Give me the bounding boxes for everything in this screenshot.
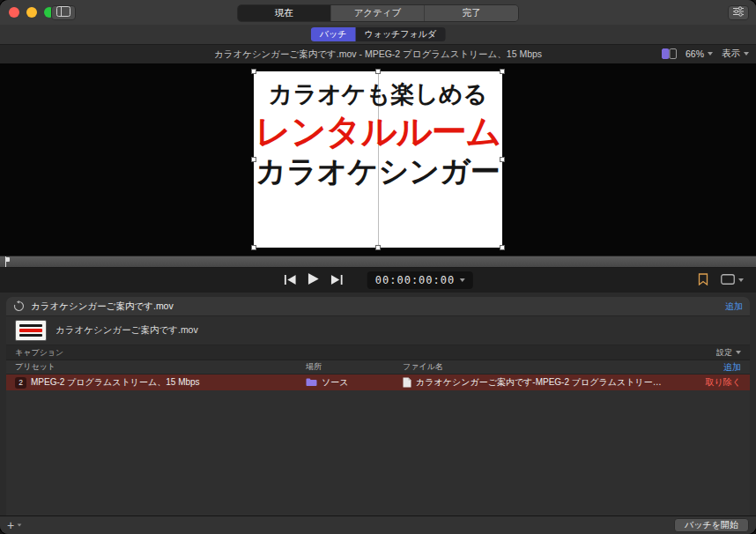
chevron-down-icon (736, 351, 741, 354)
selection-handle[interactable] (251, 245, 256, 250)
location-value: ソース (322, 376, 348, 389)
job-title: カラオケシンガーご案内です.mov (31, 300, 719, 313)
tab-active[interactable]: アクティブ (331, 5, 425, 21)
zoom-dropdown[interactable]: 66% (686, 48, 713, 59)
traffic-lights (9, 7, 55, 18)
play-icon (308, 273, 319, 287)
add-preset-link[interactable]: 追加 (667, 361, 741, 374)
previous-frame-button[interactable] (283, 272, 298, 289)
frame-text-line2: レンタルルーム (256, 113, 501, 150)
preset-name: MPEG-2 プログラムストリーム、15 Mbps (31, 376, 200, 389)
output-filename: カラオケシンガーご案内です-MPEG-2 プログラムストリーム、15 Mbps.… (416, 376, 667, 389)
next-frame-button[interactable] (330, 272, 345, 289)
close-button[interactable] (9, 7, 19, 18)
selection-handle[interactable] (375, 69, 381, 74)
selection-handle[interactable] (500, 69, 505, 74)
tab-current[interactable]: 現在 (238, 5, 331, 21)
job-card: カラオケシンガーご案内です.mov 追加 カラオケシンガーご案内です.mov キ… (6, 297, 750, 515)
job-status-icon (13, 300, 25, 312)
view-tabs: 現在 アクティブ 完了 (237, 4, 519, 22)
output-table-header: プリセット 場所 ファイル名 追加 (6, 360, 750, 375)
source-row[interactable]: カラオケシンガーご案内です.mov (6, 316, 750, 345)
batch-panel: カラオケシンガーご案内です.mov 追加 カラオケシンガーご案内です.mov キ… (0, 293, 756, 515)
timecode-value: 00:00:00:00 (375, 274, 455, 286)
external-display-button[interactable] (721, 274, 744, 287)
video-frame[interactable]: カラオケも楽しめる レンタルルーム カラオケシンガー (254, 71, 502, 248)
sliders-icon (732, 6, 745, 19)
folder-icon (306, 378, 317, 387)
preview-canvas: カラオケも楽しめる レンタルルーム カラオケシンガー (0, 63, 756, 256)
playhead[interactable] (5, 256, 6, 267)
preview-header: カラオケシンガーご案内です.mov - MPEG-2 プログラムストリーム、15… (0, 45, 756, 63)
preview-title: カラオケシンガーご案内です.mov - MPEG-2 プログラムストリーム、15… (0, 48, 756, 61)
caption-label: キャプション (15, 347, 716, 359)
job-add-link[interactable]: 追加 (725, 300, 743, 313)
zoom-value: 66% (686, 48, 704, 59)
selection-handle[interactable] (500, 245, 505, 250)
output-row[interactable]: 2 MPEG-2 プログラムストリーム、15 Mbps ソース カラオケシンガー… (6, 375, 750, 390)
caption-settings-dropdown[interactable]: 設定 (716, 347, 741, 359)
skip-back-icon (285, 274, 296, 287)
chevron-down-icon (744, 52, 749, 56)
display-label: 表示 (722, 48, 740, 60)
column-preset: プリセット (15, 361, 306, 373)
watch-folder-mode-button[interactable]: ウォッチフォルダ (355, 27, 445, 41)
remove-preset-link[interactable]: 取り除く (667, 376, 741, 389)
caption-row: キャプション 設定 (6, 345, 750, 360)
settings-button[interactable] (728, 5, 749, 20)
selection-handle[interactable] (251, 157, 256, 162)
compare-view-icon[interactable] (662, 48, 677, 59)
chevron-down-icon (708, 52, 713, 56)
sidebar-icon (56, 6, 70, 19)
bottom-bar: + バッチを開始 (0, 515, 756, 534)
column-location: 場所 (306, 361, 403, 373)
timecode-display[interactable]: 00:00:00:00 (367, 271, 473, 289)
source-thumbnail (15, 320, 47, 341)
plus-icon: + (7, 519, 14, 531)
timeline-scrubber[interactable] (0, 256, 756, 268)
mode-segmented-control: バッチ ウォッチフォルダ (311, 27, 446, 41)
chevron-down-icon (738, 278, 744, 282)
tab-completed[interactable]: 完了 (425, 5, 518, 21)
chevron-down-icon (460, 278, 465, 282)
transport-bar: 00:00:00:00 (0, 268, 756, 293)
titlebar: 現在 アクティブ 完了 (0, 0, 756, 25)
job-header[interactable]: カラオケシンガーご案内です.mov 追加 (6, 297, 750, 316)
batch-mode-button[interactable]: バッチ (311, 27, 356, 41)
bookmark-icon (698, 273, 708, 288)
chevron-down-icon (18, 523, 22, 526)
column-filename: ファイル名 (403, 361, 667, 373)
frame-text-line1: カラオケも楽しめる (269, 82, 487, 107)
monitor-icon (721, 274, 735, 287)
add-job-button[interactable]: + (7, 519, 22, 531)
selection-handle[interactable] (500, 157, 505, 162)
selection-handle[interactable] (251, 69, 256, 74)
frame-text-line3: カラオケシンガー (256, 156, 500, 188)
mode-bar: バッチ ウォッチフォルダ (0, 25, 756, 45)
start-batch-button[interactable]: バッチを開始 (674, 518, 749, 532)
source-title: カラオケシンガーご案内です.mov (56, 324, 198, 337)
output-count-badge: 2 (15, 377, 26, 389)
skip-forward-icon (331, 274, 343, 287)
play-button[interactable] (307, 271, 321, 289)
minimize-button[interactable] (26, 7, 37, 18)
marker-button[interactable] (698, 273, 708, 288)
compressor-window: 現在 アクティブ 完了 バッチ ウォッチフォルダ カラオケシンガーご案内です.m… (0, 0, 756, 534)
selection-handle[interactable] (375, 245, 381, 250)
sidebar-toggle-button[interactable] (51, 5, 76, 20)
document-icon (403, 377, 411, 388)
caption-settings-label: 設定 (716, 347, 732, 359)
display-dropdown[interactable]: 表示 (722, 48, 749, 60)
